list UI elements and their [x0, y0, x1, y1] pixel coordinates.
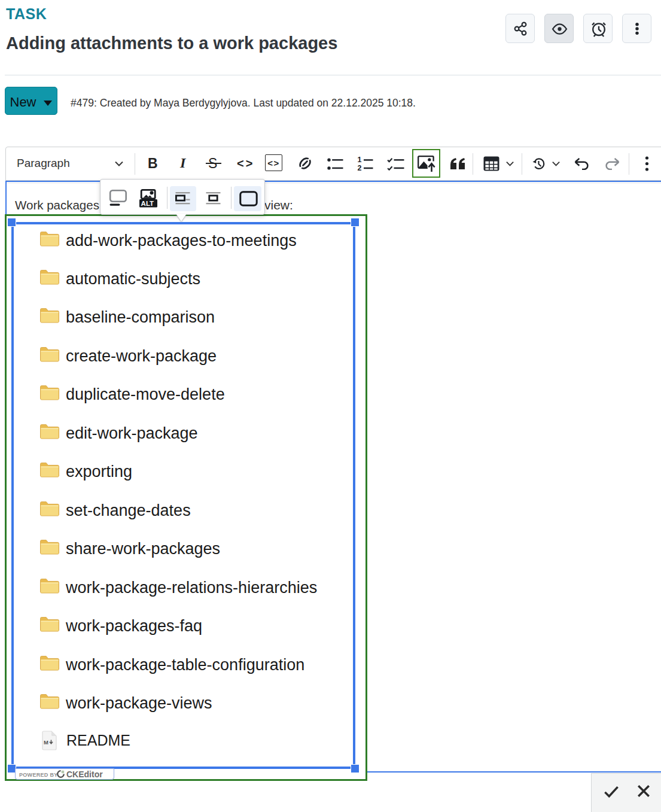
svg-text:1: 1 [357, 156, 361, 164]
svg-text:M: M [44, 739, 48, 746]
svg-text:2: 2 [357, 164, 361, 171]
svg-text:ALT: ALT [141, 200, 154, 207]
